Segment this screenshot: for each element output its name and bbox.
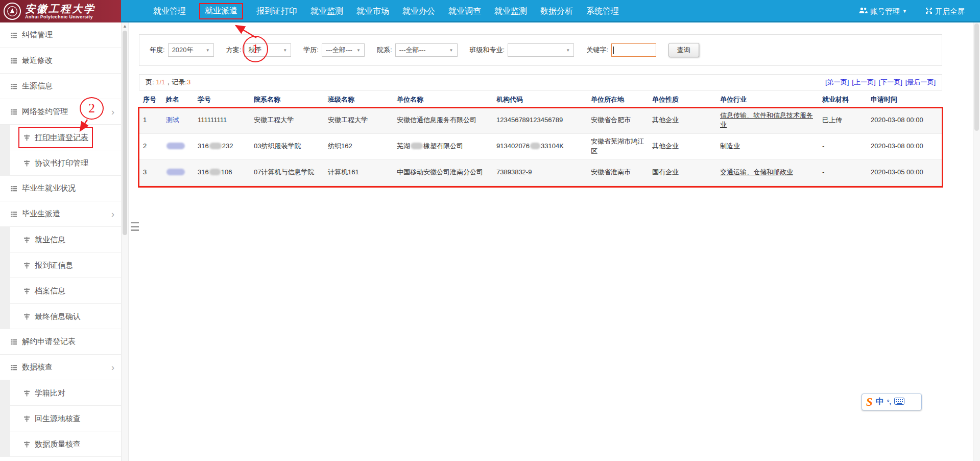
nav-item-1[interactable]: 就业管理 — [147, 0, 193, 22]
cell: 芜湖橡塑有限公司 — [393, 133, 492, 159]
filter-field-2: 方案:秋季▼ — [226, 43, 292, 57]
account-label: 账号管理 — [870, 7, 900, 16]
filter-select[interactable]: 2020年▼ — [168, 43, 214, 57]
filter-field-1: 年度:2020年▼ — [150, 43, 214, 57]
redacted-blur — [530, 143, 540, 149]
redacted-blur — [411, 143, 423, 149]
cell: 316232 — [194, 133, 250, 159]
sidebar-item-label: 最终信息确认 — [35, 312, 81, 321]
sidebar-item-13[interactable]: 数据核查› — [0, 355, 121, 380]
sidebar-item-8[interactable]: 就业信息 — [0, 227, 121, 252]
filter-select[interactable]: 秋季▼ — [244, 43, 291, 57]
list-icon — [10, 108, 17, 116]
filter-select[interactable]: ▼ — [508, 43, 574, 57]
nav-item-label: 就业派遣 — [199, 3, 243, 19]
cell: 2020-03-05 00:00 — [867, 159, 942, 186]
table-row-2: 231623203纺织服装学院纺织162芜湖橡塑有限公司913402076331… — [139, 133, 942, 159]
sidebar-scrollbar-thumb[interactable] — [123, 31, 127, 235]
cell: 91340207633104K — [492, 133, 587, 159]
filter-select[interactable]: ---全部---▼ — [395, 43, 458, 57]
fullscreen-label: 开启全屏 — [935, 7, 965, 16]
pagination-link-3[interactable]: [下一页] — [879, 78, 902, 87]
column-header: 班级名称 — [324, 92, 393, 107]
arrow-up-icon[interactable]: ▲ — [122, 24, 128, 29]
expand-arrows-icon — [925, 7, 933, 16]
cell-text: 232 — [222, 142, 233, 150]
nav-item-10[interactable]: 系统管理 — [580, 0, 626, 22]
page-scrollbar-thumb[interactable] — [974, 24, 979, 131]
sidebar-item-10[interactable]: 档案信息 — [0, 278, 121, 304]
pagination-links: [第一页][上一页][下一页][最后一页] — [825, 78, 936, 87]
cell-text: 106 — [221, 168, 232, 176]
sidebar-item-0[interactable]: 纠错管理 — [0, 22, 121, 48]
signpost-icon — [23, 134, 30, 141]
filter-field-label: 班级和专业: — [470, 45, 505, 55]
sidebar-item-5[interactable]: 协议书打印管理 — [0, 150, 121, 176]
filter-panel: 年度:2020年▼方案:秋季▼学历:---全部---▼院系:---全部---▼班… — [139, 34, 942, 66]
cell: 123456789123456789 — [492, 107, 587, 133]
sidebar-item-7[interactable]: 毕业生派遣› — [0, 201, 121, 227]
fullscreen-button[interactable]: 开启全屏 — [925, 7, 965, 16]
cell-text: 国有企业 — [652, 168, 679, 176]
nav-item-9[interactable]: 数据分析 — [534, 0, 580, 22]
filter-field-4: 院系:---全部---▼ — [377, 43, 458, 57]
nav-item-7[interactable]: 就业调查 — [442, 0, 488, 22]
keyword-input[interactable] — [611, 43, 656, 57]
sidebar-item-4[interactable]: 打印申请登记表 — [0, 125, 121, 150]
search-button[interactable]: 查询 — [668, 43, 699, 57]
nav-item-5[interactable]: 就业市场 — [350, 0, 396, 22]
cell: 73893832-9 — [492, 159, 587, 186]
sidebar-item-3[interactable]: 网络签约管理› — [0, 99, 121, 125]
cell-text: 安徽省合肥市 — [591, 116, 631, 124]
ime-indicator[interactable]: S 中 °, — [862, 394, 922, 410]
sidebar-item-9[interactable]: 报到证信息 — [0, 252, 121, 278]
nav-item-6[interactable]: 就业办公 — [396, 0, 442, 22]
name-link[interactable]: 测试 — [166, 116, 179, 124]
cell: 纺织162 — [324, 133, 393, 159]
university-title: 安徽工程大学 Anhui Polytechnic University — [25, 3, 95, 20]
cell-text: 其他企业 — [652, 116, 679, 124]
pagination-link-4[interactable]: [最后一页] — [905, 78, 936, 87]
column-header: 单位行业 — [716, 92, 818, 107]
sidebar-item-label: 最近修改 — [22, 56, 53, 65]
cell: 安徽工程大学 — [324, 107, 393, 133]
pagination-bar: 页: 1/1，记录:3 [第一页][上一页][下一页][最后一页] — [139, 74, 942, 90]
sidebar-item-1[interactable]: 最近修改 — [0, 48, 121, 74]
filter-select[interactable]: ---全部---▼ — [322, 43, 365, 57]
cell-text: 1 — [143, 116, 147, 124]
ime-language-mode[interactable]: 中 — [876, 397, 884, 407]
sidebar-item-2[interactable]: 生源信息 — [0, 74, 121, 99]
nav-item-3[interactable]: 报到证打印 — [250, 0, 304, 22]
sidebar-item-label: 解约申请登记表 — [22, 337, 76, 347]
sidebar-item-16[interactable]: 数据质量核查 — [0, 431, 121, 457]
sidebar-item-15[interactable]: 回生源地核查 — [0, 406, 121, 431]
cell: 3 — [139, 159, 162, 186]
chevron-down-icon: ▼ — [206, 48, 210, 53]
account-menu[interactable]: 账号管理 ▼ — [859, 7, 907, 16]
university-seal-icon — [4, 3, 21, 20]
signpost-icon — [23, 288, 30, 294]
cell-text: 2020-03-05 00:00 — [871, 168, 923, 176]
ime-punctuation-mode[interactable]: °, — [887, 399, 891, 406]
page-scrollbar[interactable] — [973, 22, 980, 461]
app-body: 纠错管理最近修改生源信息网络签约管理›打印申请登记表协议书打印管理毕业生就业状况… — [0, 22, 980, 461]
sidebar-item-11[interactable]: 最终信息确认 — [0, 304, 121, 329]
pagination-link-2[interactable]: [上一页] — [852, 78, 875, 87]
page-number: 1/1 — [156, 78, 165, 86]
cell-text: 2020-03-08 00:00 — [871, 142, 923, 150]
nav-item-8[interactable]: 就业监测 — [488, 0, 534, 22]
cell-text: 其他企业 — [652, 142, 679, 150]
sogou-logo-icon: S — [866, 396, 873, 408]
sidebar-item-14[interactable]: 学籍比对 — [0, 380, 121, 406]
sidebar-item-6[interactable]: 毕业生就业状况 — [0, 176, 121, 201]
nav-item-label: 就业管理 — [153, 6, 186, 17]
sidebar-scrollbar[interactable]: ▲ — [121, 22, 129, 461]
cell-text: 123456789123456789 — [496, 116, 563, 124]
keyboard-icon[interactable] — [894, 398, 904, 407]
table-row-3: 331610607计算机与信息学院计算机161中国移动安徽公司淮南分公司7389… — [139, 159, 942, 186]
sidebar-item-12[interactable]: 解约申请登记表 — [0, 329, 121, 355]
nav-item-2[interactable]: 就业派遣 — [193, 0, 250, 22]
nav-item-4[interactable]: 就业监测 — [304, 0, 350, 22]
sidebar-collapse-handle[interactable] — [131, 222, 139, 231]
pagination-link-1[interactable]: [第一页] — [825, 78, 849, 87]
